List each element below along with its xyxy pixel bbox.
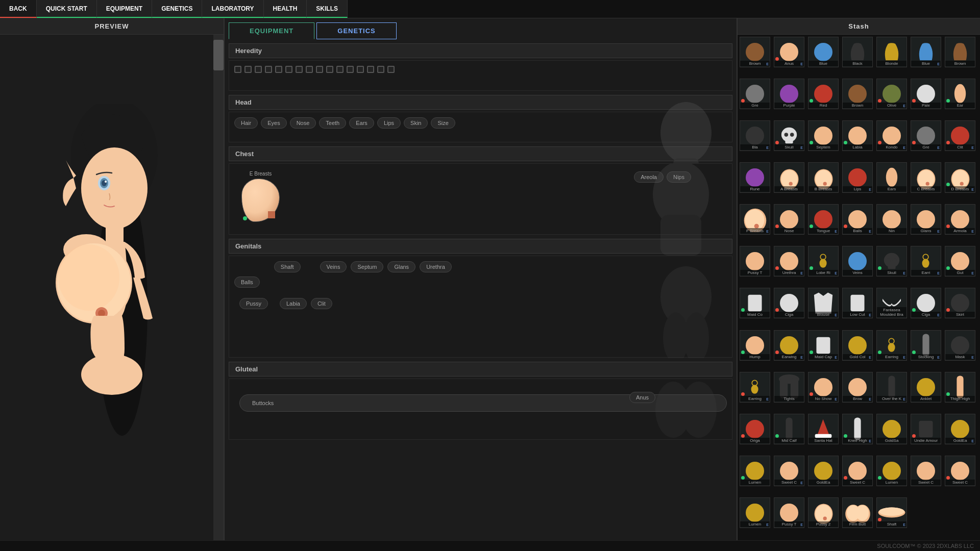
pill-areola[interactable]: Areola: [634, 171, 664, 183]
e-breasts-item[interactable]: E Breasts: [241, 171, 280, 222]
stash-item[interactable]: Fantasea Moulded Bra: [876, 288, 907, 318]
hered-dot-4[interactable]: [265, 66, 272, 73]
pill-teeth[interactable]: Teeth: [319, 117, 346, 129]
stash-item[interactable]: Pussy T: [740, 246, 770, 277]
stash-item[interactable]: Gut E: [945, 246, 975, 277]
stash-item[interactable]: Balls E: [842, 204, 873, 235]
pill-ears[interactable]: Ears: [349, 117, 374, 129]
stash-item[interactable]: Maid Co: [740, 288, 770, 318]
stash-item[interactable]: Veins: [842, 246, 873, 277]
stash-item[interactable]: Pussy 2: [808, 497, 839, 528]
laboratory-button[interactable]: LABORATORY: [202, 0, 263, 18]
hered-dot-1[interactable]: [234, 66, 241, 73]
quickstart-button[interactable]: QUICK START: [37, 0, 97, 18]
stash-item[interactable]: B Breasts: [808, 162, 839, 193]
stash-item[interactable]: Tights: [774, 372, 804, 403]
stash-item[interactable]: Nose: [774, 204, 804, 235]
stash-item[interactable]: Blouse E: [808, 288, 839, 318]
stash-item[interactable]: Gold Col E: [842, 330, 873, 361]
stash-item[interactable]: Skull E: [774, 120, 804, 151]
stash-item[interactable]: Maid Cap E: [808, 330, 839, 361]
stash-item[interactable]: Origa: [740, 414, 770, 444]
stash-item[interactable]: Red: [808, 79, 839, 109]
pill-pussy[interactable]: Pussy: [239, 298, 268, 309]
stash-item[interactable]: Anus E: [774, 37, 804, 67]
pill-urethra[interactable]: Urethra: [420, 261, 452, 272]
scroll-bar[interactable]: [213, 35, 224, 540]
stash-item[interactable]: Urethra E: [774, 246, 804, 277]
pill-veins[interactable]: Veins: [320, 261, 347, 272]
stash-item[interactable]: Skirt: [945, 288, 975, 318]
stash-item[interactable]: Firm Butt: [842, 497, 873, 528]
pill-septum[interactable]: Septum: [351, 261, 383, 272]
stash-item[interactable]: Stocking E: [911, 330, 941, 361]
stash-item[interactable]: Black: [842, 37, 873, 67]
stash-item[interactable]: Labia: [842, 120, 873, 151]
hered-dot-3[interactable]: [255, 66, 262, 73]
stash-item[interactable]: Brown: [945, 37, 975, 67]
pill-anus[interactable]: Anus: [629, 392, 655, 403]
stash-item[interactable]: Pale: [911, 79, 941, 109]
stash-item[interactable]: Septem: [808, 120, 839, 151]
stash-item[interactable]: No Show E: [808, 372, 839, 403]
hered-dot-12[interactable]: [347, 66, 354, 73]
stash-item[interactable]: C Breasts: [911, 162, 941, 193]
stash-item[interactable]: Brow E: [842, 372, 873, 403]
stash-item[interactable]: Blonde: [876, 37, 907, 67]
stash-item[interactable]: Mid Calf: [774, 414, 804, 444]
stash-item[interactable]: Knee High E: [842, 414, 873, 444]
hered-dot-2[interactable]: [244, 66, 252, 73]
stash-item[interactable]: Glans E: [911, 204, 941, 235]
stash-item[interactable]: Armola E: [945, 204, 975, 235]
stash-item[interactable]: Ciga: [774, 288, 804, 318]
stash-item[interactable]: Gre E: [911, 120, 941, 151]
stash-item[interactable]: Kondo E: [876, 120, 907, 151]
stash-item[interactable]: GoldSa: [876, 414, 907, 444]
pill-glans[interactable]: Glans: [387, 261, 415, 272]
stash-item[interactable]: Gre: [740, 79, 770, 109]
pill-clit[interactable]: Clit: [311, 298, 332, 309]
stash-item[interactable]: Thigh High: [945, 372, 975, 403]
scroll-thumb[interactable]: [213, 40, 224, 70]
skills-button[interactable]: SKILLS: [307, 0, 348, 18]
pill-balls[interactable]: Balls: [234, 277, 260, 288]
health-button[interactable]: HEALTH: [264, 0, 307, 18]
genetics-nav-button[interactable]: GENETICS: [152, 0, 202, 18]
stash-item[interactable]: GoldEa: [808, 456, 839, 486]
stash-item[interactable]: Blue: [808, 37, 839, 67]
stash-item[interactable]: GoldEa E: [945, 414, 975, 444]
pill-nose[interactable]: Nose: [290, 117, 316, 129]
pill-hair[interactable]: Hair: [234, 117, 258, 129]
stash-item[interactable]: Over the K E: [876, 372, 907, 403]
stash-item[interactable]: Ciga E: [911, 288, 941, 318]
stash-item[interactable]: Santa Hat: [808, 414, 839, 444]
hered-dot-10[interactable]: [326, 66, 333, 73]
stash-item[interactable]: Low Cut E: [842, 288, 873, 318]
pill-skin[interactable]: Skin: [404, 117, 428, 129]
equipment-nav-button[interactable]: EQUIPMENT: [97, 0, 152, 18]
pill-nips[interactable]: Nips: [667, 171, 691, 183]
hered-dot-11[interactable]: [336, 66, 344, 73]
stash-item[interactable]: Lips E: [842, 162, 873, 193]
hered-dot-8[interactable]: [306, 66, 313, 73]
stash-item[interactable]: Sweet C: [842, 456, 873, 486]
stash-item[interactable]: Pussy T E: [774, 497, 804, 528]
stash-item[interactable]: Lumen: [876, 456, 907, 486]
stash-item[interactable]: Earri E: [911, 246, 941, 277]
hered-dot-6[interactable]: [285, 66, 292, 73]
stash-item[interactable]: D Breasts E: [945, 162, 975, 193]
stash-item[interactable]: Anklet: [911, 372, 941, 403]
stash-item[interactable]: Hump: [740, 330, 770, 361]
stash-item[interactable]: Purple: [774, 79, 804, 109]
back-button[interactable]: BACK: [0, 0, 37, 18]
stash-item[interactable]: Skull E: [876, 246, 907, 277]
stash-item[interactable]: Undie Amour: [911, 414, 941, 444]
tab-genetics[interactable]: GENETICS: [316, 22, 396, 39]
stash-item[interactable]: Sweet C: [911, 456, 941, 486]
stash-grid[interactable]: Brown E Anus E Blue Black: [738, 35, 980, 540]
hered-dot-13[interactable]: [357, 66, 364, 73]
tab-equipment[interactable]: EQUIPMENT: [229, 22, 314, 39]
hered-dot-5[interactable]: [275, 66, 282, 73]
stash-item[interactable]: Earring E: [876, 330, 907, 361]
hered-dot-9[interactable]: [316, 66, 323, 73]
